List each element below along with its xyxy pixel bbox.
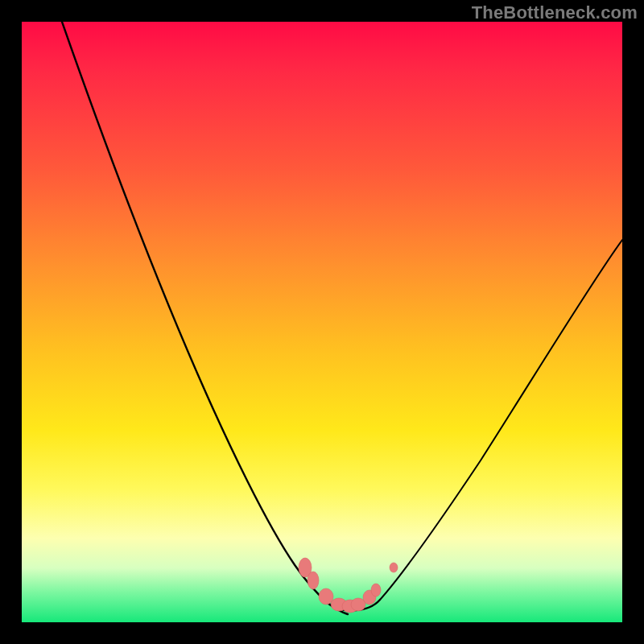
watermark-text: TheBottleneck.com [472,2,638,23]
curve-right [380,240,622,600]
marker-dot [319,588,333,605]
curve-left [62,22,348,614]
chart-plot-area [22,22,622,622]
marker-dot [390,563,398,572]
marker-dot [371,584,381,597]
marker-group [299,558,398,613]
chart-svg [22,22,622,622]
marker-dot [308,572,319,589]
